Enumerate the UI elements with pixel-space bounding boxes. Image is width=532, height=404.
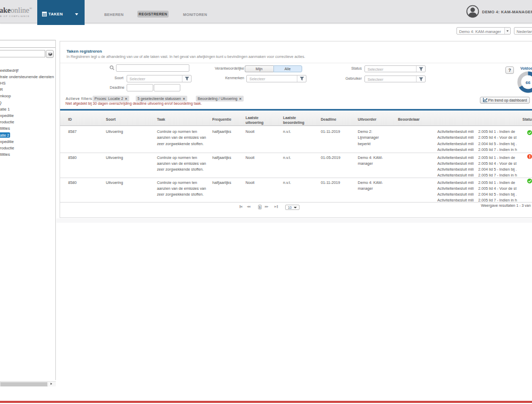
svg-text:66: 66 [526,80,530,85]
